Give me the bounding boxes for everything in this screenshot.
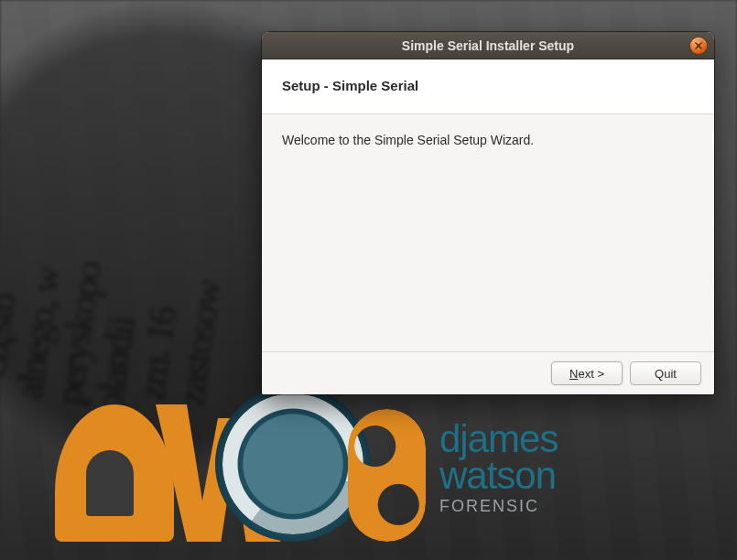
close-button[interactable] bbox=[690, 38, 707, 54]
next-rest: ext > bbox=[578, 367, 604, 381]
logo-letter-s-icon bbox=[348, 409, 426, 542]
brand-line-1: djames bbox=[439, 421, 558, 458]
next-button[interactable]: Next > bbox=[551, 361, 623, 385]
dialog-titlebar[interactable]: Simple Serial Installer Setup bbox=[262, 32, 714, 59]
dialog-header-title: Setup - Simple Serial bbox=[282, 78, 694, 93]
dialog-footer: Next > Quit bbox=[262, 351, 714, 394]
quit-button[interactable]: Quit bbox=[630, 361, 701, 385]
dws-logo-mark bbox=[55, 386, 385, 551]
dialog-title: Simple Serial Installer Setup bbox=[402, 38, 574, 53]
next-mnemonic: N bbox=[569, 367, 578, 381]
dialog-body: Welcome to the Simple Serial Setup Wizar… bbox=[262, 114, 714, 351]
brand-line-2: watson bbox=[439, 458, 558, 494]
logo-letter-d-icon bbox=[55, 404, 174, 542]
logo-lens-ring-icon bbox=[222, 393, 363, 534]
brand-line-3: FORENSIC bbox=[439, 497, 558, 516]
welcome-text: Welcome to the Simple Serial Setup Wizar… bbox=[282, 133, 694, 147]
brand-logo-area: djames watson FORENSIC bbox=[55, 386, 558, 551]
brand-text: djames watson FORENSIC bbox=[439, 421, 558, 517]
dialog-header: Setup - Simple Serial bbox=[262, 59, 714, 114]
installer-dialog: Simple Serial Installer Setup Setup - Si… bbox=[262, 32, 714, 394]
close-icon bbox=[694, 41, 703, 50]
